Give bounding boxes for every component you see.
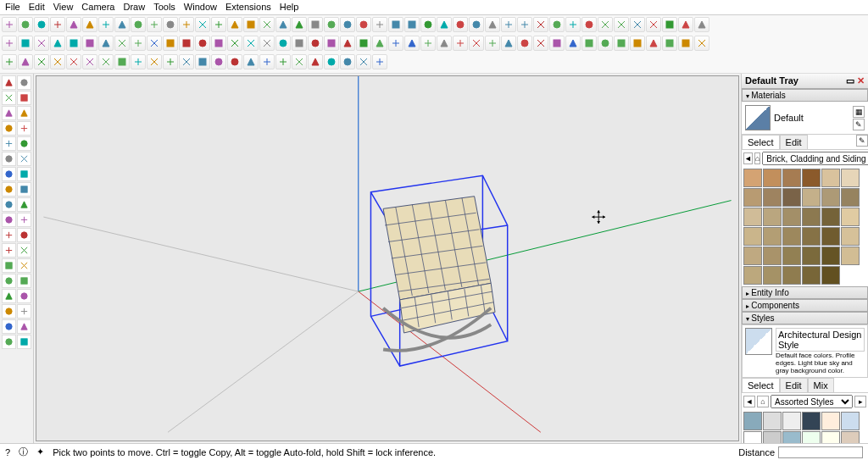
style-swatch[interactable] [841,431,860,443]
tool-button[interactable] [2,304,16,319]
toolbar-button[interactable] [324,36,339,51]
style-swatch[interactable] [802,412,821,430]
toolbar-button[interactable] [98,17,114,32]
toolbar-button[interactable] [179,17,194,32]
toolbar-button[interactable] [501,17,516,32]
menu-camera[interactable]: Camera [81,2,114,13]
styles-library-select[interactable]: Assorted Styles [771,395,853,408]
toolbar-button[interactable] [131,17,146,32]
tab-edit[interactable]: Edit [780,135,808,149]
styles-tab-mix[interactable]: Mix [808,378,834,392]
eyedropper-icon[interactable]: ✎ [856,135,868,147]
toolbar-button[interactable] [195,36,210,51]
material-swatch[interactable] [763,169,782,187]
tool-button[interactable] [17,258,31,273]
material-swatch[interactable] [821,227,840,246]
material-swatch[interactable] [743,247,762,265]
material-swatch[interactable] [763,247,782,265]
material-swatch[interactable] [802,266,821,285]
tool-button[interactable] [2,197,16,212]
toolbar-button[interactable] [292,54,307,69]
toolbar-button[interactable] [565,36,581,51]
tool-button[interactable] [2,182,16,197]
toolbar-button[interactable] [98,36,114,51]
toolbar-button[interactable] [243,54,259,69]
tool-button[interactable] [17,197,31,212]
tool-button[interactable] [17,213,31,227]
toolbar-button[interactable] [163,54,178,69]
tool-button[interactable] [17,75,31,90]
style-swatch[interactable] [802,431,821,443]
toolbar-button[interactable] [549,36,565,51]
toolbar-button[interactable] [485,36,500,51]
toolbar-button[interactable] [211,36,226,51]
style-swatch[interactable] [841,412,860,430]
toolbar-button[interactable] [308,17,323,32]
toolbar-button[interactable] [581,17,597,32]
material-swatch[interactable] [743,266,762,285]
toolbar-button[interactable] [82,54,97,69]
style-swatch[interactable] [763,431,782,443]
toolbar-button[interactable] [437,17,452,32]
home-icon[interactable]: ⌂ [754,152,760,164]
toolbar-button[interactable] [82,17,97,32]
material-swatch[interactable] [841,188,860,207]
material-swatch[interactable] [841,227,860,246]
toolbar-button[interactable] [356,54,371,69]
help-icon[interactable]: ? [5,447,10,457]
material-swatch[interactable] [802,208,821,226]
toolbar-button[interactable] [50,54,65,69]
materials-library-select[interactable]: Brick, Cladding and Siding [762,152,868,165]
toolbar-button[interactable] [2,36,17,51]
close-icon[interactable]: ✕ [857,75,865,86]
material-swatch[interactable] [782,188,801,207]
toolbar-button[interactable] [82,36,97,51]
tool-button[interactable] [17,304,31,319]
toolbar-button[interactable] [453,36,468,51]
material-swatch[interactable] [821,208,840,226]
toolbar-button[interactable] [356,36,371,51]
toolbar-button[interactable] [549,17,565,32]
material-swatch[interactable] [782,266,801,285]
material-swatch[interactable] [802,188,821,207]
styles-panel-header[interactable]: Styles [742,312,868,324]
styles-home-icon[interactable]: ⌂ [757,396,769,407]
material-swatch[interactable] [802,227,821,246]
distance-input[interactable] [778,446,863,458]
toolbar-button[interactable] [678,17,693,32]
current-style-thumb[interactable] [745,328,772,355]
toolbar-button[interactable] [308,36,323,51]
toolbar-button[interactable] [469,36,484,51]
toolbar-button[interactable] [34,54,49,69]
toolbar-button[interactable] [517,36,532,51]
menu-draw[interactable]: Draw [123,2,145,13]
pin-icon[interactable]: ▭ [846,75,854,86]
material-swatch[interactable] [743,208,762,226]
tool-button[interactable] [2,258,16,273]
toolbar-button[interactable] [565,17,581,32]
material-swatch[interactable] [802,247,821,265]
toolbar-button[interactable] [275,36,291,51]
material-swatch[interactable] [782,247,801,265]
toolbar-button[interactable] [163,36,178,51]
styles-tab-edit[interactable]: Edit [780,378,808,392]
toolbar-button[interactable] [2,54,17,69]
toolbar-button[interactable] [372,17,387,32]
style-swatch[interactable] [782,431,801,443]
toolbar-button[interactable] [114,36,130,51]
toolbar-button[interactable] [195,17,210,32]
toolbar-button[interactable] [259,36,275,51]
toolbar-button[interactable] [517,17,532,32]
material-swatch[interactable] [763,188,782,207]
toolbar-button[interactable] [324,17,339,32]
toolbar-button[interactable] [485,17,500,32]
toolbar-button[interactable] [211,17,226,32]
toolbar-button[interactable] [420,17,436,32]
menu-tools[interactable]: Tools [153,2,175,13]
toolbar-button[interactable] [147,17,162,32]
tool-button[interactable] [2,213,16,227]
toolbar-button[interactable] [259,54,275,69]
tool-button[interactable] [2,289,16,303]
toolbar-button[interactable] [469,17,484,32]
toolbar-button[interactable] [646,17,661,32]
